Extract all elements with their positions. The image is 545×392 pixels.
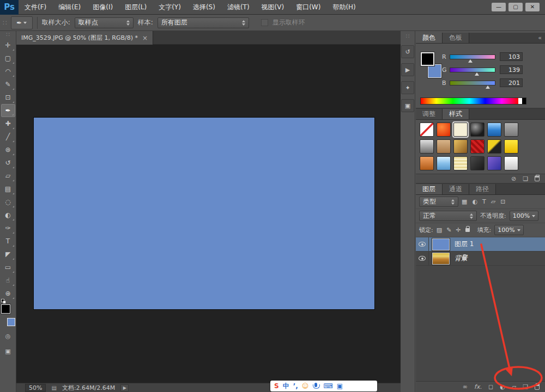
style-swatch-12[interactable] xyxy=(420,156,434,170)
style-swatch-2[interactable] xyxy=(453,122,468,137)
style-swatch-10[interactable] xyxy=(487,139,501,154)
spot-healing-tool[interactable]: ✚ xyxy=(1,117,15,130)
clone-stamp-tool[interactable]: ⊛ xyxy=(1,143,15,156)
current-tool-button[interactable]: ✒ xyxy=(11,16,33,29)
channel-B-slider[interactable] xyxy=(450,81,495,85)
brush-presets-panel-icon[interactable]: ✦ xyxy=(401,81,414,94)
new-layer-icon[interactable]: ❏ xyxy=(523,383,528,390)
adjustment-layer-icon[interactable]: ◐ xyxy=(500,383,505,390)
style-swatch-8[interactable] xyxy=(453,139,468,154)
sogou-logo[interactable]: S xyxy=(274,382,279,390)
filter-smart-icon[interactable]: ⊡ xyxy=(500,198,505,205)
hand-tool[interactable]: ☝ xyxy=(1,274,15,287)
menu-item-8[interactable]: 窗口(W) xyxy=(290,0,326,15)
spectrum-black-chip[interactable] xyxy=(522,98,526,104)
delete-layer-icon[interactable] xyxy=(535,384,540,390)
filter-shape-icon[interactable]: ▱ xyxy=(491,198,495,205)
panel-foreground-swatch[interactable] xyxy=(421,52,434,66)
eraser-tool[interactable]: ▱ xyxy=(1,169,15,182)
gradient-tool[interactable]: ▤ xyxy=(1,182,15,195)
menu-item-2[interactable]: 图像(I) xyxy=(87,0,119,15)
style-swatch-17[interactable] xyxy=(504,156,518,170)
canvas-artwork[interactable] xyxy=(34,118,374,309)
eyedropper-tool[interactable]: ✒ xyxy=(1,104,15,117)
quick-selection-tool[interactable]: ✎ xyxy=(1,78,15,91)
blend-mode-dropdown[interactable]: 正常 xyxy=(419,211,477,221)
style-swatch-0[interactable] xyxy=(420,122,434,137)
tab-adjustments[interactable]: 调整 xyxy=(416,109,443,119)
layer-row-0[interactable]: 图层 1 xyxy=(416,237,545,252)
menu-item-1[interactable]: 编辑(E) xyxy=(52,0,87,15)
channel-G-handle[interactable] xyxy=(475,72,479,76)
screen-mode-icon[interactable]: ▣ xyxy=(2,346,15,357)
zoom-tool[interactable]: ⊕ xyxy=(1,287,15,300)
menu-item-9[interactable]: 帮助(H) xyxy=(326,0,361,15)
spectrum-white-chip[interactable] xyxy=(518,98,522,104)
style-swatch-6[interactable] xyxy=(420,139,434,154)
style-swatch-9[interactable] xyxy=(470,139,485,154)
channel-B-handle[interactable] xyxy=(486,85,490,89)
lock-transparent-icon[interactable]: ▨ xyxy=(437,226,442,234)
history-brush-tool[interactable]: ↺ xyxy=(1,156,15,169)
dodge-tool[interactable]: ◐ xyxy=(1,209,15,222)
channel-R-handle[interactable] xyxy=(468,59,473,63)
lock-all-icon[interactable] xyxy=(465,228,470,232)
delete-style-icon[interactable] xyxy=(535,176,540,181)
channel-B-value[interactable]: 201 xyxy=(500,78,523,87)
visibility-toggle[interactable] xyxy=(416,237,429,252)
opacity-field[interactable]: 100% xyxy=(510,211,538,221)
brush-tool[interactable]: ╱ xyxy=(1,130,15,143)
ime-keyboard-icon[interactable]: ⌨ xyxy=(323,382,332,390)
style-swatch-13[interactable] xyxy=(437,156,451,170)
channel-R-value[interactable]: 103 xyxy=(500,52,523,61)
menu-item-0[interactable]: 文件(F) xyxy=(19,0,52,15)
minimize-button[interactable]: — xyxy=(492,3,506,11)
document-close-icon[interactable]: × xyxy=(142,34,148,42)
menu-item-3[interactable]: 图层(L) xyxy=(119,0,153,15)
style-swatch-15[interactable] xyxy=(470,156,485,170)
panel-background-swatch[interactable] xyxy=(428,64,441,78)
ime-punct-icon[interactable]: ’, xyxy=(293,382,298,390)
layer-style-icon[interactable]: fx. xyxy=(474,383,482,390)
style-swatch-11[interactable] xyxy=(504,139,518,154)
visibility-toggle[interactable] xyxy=(416,252,429,266)
ime-mic-icon[interactable] xyxy=(314,383,317,387)
filter-pixel-icon[interactable]: ▦ xyxy=(462,198,467,205)
spectrum-ramp[interactable] xyxy=(421,98,518,104)
move-tool[interactable]: ✛ xyxy=(1,39,15,52)
menu-item-5[interactable]: 选择(S) xyxy=(187,0,221,15)
foreground-color-swatch[interactable] xyxy=(1,304,10,314)
menu-item-7[interactable]: 视图(V) xyxy=(256,0,290,15)
ime-emoji-icon[interactable]: ☺ xyxy=(302,382,309,390)
zoom-level-field[interactable]: 50% xyxy=(25,384,46,392)
clone-source-panel-icon[interactable]: ▣ xyxy=(401,99,414,112)
collapse-dock-icon[interactable]: « xyxy=(538,33,545,43)
style-swatch-16[interactable] xyxy=(487,156,501,170)
default-colors-icon[interactable] xyxy=(1,299,7,303)
shape-tool[interactable]: ▭ xyxy=(1,261,15,274)
lock-position-icon[interactable]: ✛ xyxy=(456,226,461,234)
clear-style-icon[interactable]: ⊘ xyxy=(511,175,516,182)
path-selection-tool[interactable]: ◤ xyxy=(1,248,15,261)
actions-panel-icon[interactable]: ▶ xyxy=(401,63,414,76)
rect-marquee-tool[interactable]: ▢ xyxy=(1,52,15,65)
filter-type-icon[interactable]: T xyxy=(482,198,486,205)
link-layers-icon[interactable]: ∞ xyxy=(463,383,468,390)
style-swatch-3[interactable] xyxy=(470,122,485,137)
tab-styles[interactable]: 样式 xyxy=(443,109,469,119)
layer-filter-dropdown[interactable]: 类型 xyxy=(419,197,458,207)
menu-item-4[interactable]: 文字(Y) xyxy=(153,0,187,15)
close-button[interactable]: ✕ xyxy=(525,3,540,11)
ime-toolbox-icon[interactable]: ▣ xyxy=(337,382,343,390)
quick-mask-icon[interactable]: ◎ xyxy=(2,330,15,341)
document-tab[interactable]: IMG_3529.JPG @ 50% (图层 1, RGB/8) * × xyxy=(16,31,153,45)
ime-mode[interactable]: 中 xyxy=(283,382,289,391)
channel-G-value[interactable]: 139 xyxy=(500,65,523,74)
tab-swatches[interactable]: 色板 xyxy=(443,33,469,43)
status-expander-button[interactable]: ▶ xyxy=(120,384,129,391)
restore-button[interactable]: ▢ xyxy=(508,3,523,11)
style-swatch-7[interactable] xyxy=(437,139,451,154)
style-swatch-14[interactable] xyxy=(453,156,468,170)
layer-group-icon[interactable]: ▱ xyxy=(512,383,516,390)
fill-field[interactable]: 100% xyxy=(494,225,523,235)
